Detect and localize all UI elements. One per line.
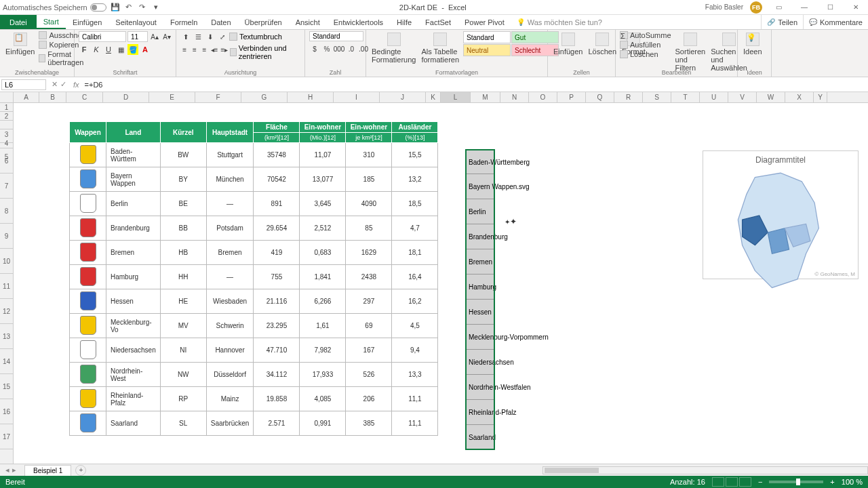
align-top-icon[interactable]: ⬆ [180,31,191,42]
cell-einwkm[interactable]: 185 [346,167,392,192]
aux-cell[interactable]: Hessen [465,300,495,325]
aux-cell[interactable]: Niedersachsen [465,350,495,375]
cell-haupt[interactable]: Wiesbaden [206,289,254,314]
cell-land[interactable]: Bremen [106,241,161,265]
table-row[interactable]: Nordrhein-WestNWDüsseldorf34.11217,93352… [70,363,438,387]
row-header-6[interactable]: 6 [0,148,13,174]
tab-file[interactable]: Datei [0,15,37,29]
cell-flaeche[interactable]: 47.710 [254,338,300,363]
style-neutral[interactable]: Neutral [463,44,511,56]
row-header-11[interactable]: 11 [0,274,13,299]
row-header-5[interactable]: 5 [0,143,13,148]
zoom-out-icon[interactable]: − [758,478,762,486]
cell-land[interactable]: Saarland [106,411,161,436]
cell-flaeche[interactable]: 19.858 [254,387,300,411]
cell-flaeche[interactable]: 29.654 [254,216,300,241]
cell-flaeche[interactable]: 34.112 [254,363,300,387]
cell-einwkm[interactable]: 526 [346,363,392,387]
cell-haupt[interactable]: Bremen [206,241,254,265]
zoom-level[interactable]: 100 % [842,478,863,486]
percent-icon[interactable]: % [321,43,332,54]
chart-map[interactable]: Diagrammtitel © GeoNames, M [703,150,859,279]
tab-developer[interactable]: Entwicklertools [327,15,390,29]
aux-selection-column[interactable]: Baden-WürttembergBayern Wappen.svgBerlin… [465,149,495,450]
aux-cell[interactable]: Baden-Württemberg [465,149,495,174]
tab-data[interactable]: Daten [204,15,237,29]
cell-land[interactable]: Hamburg [106,265,161,289]
aux-cell[interactable]: Rheinland-Pfalz [465,400,495,425]
indent-inc-icon[interactable]: ≡▸ [220,44,229,55]
fill-color-button[interactable]: 🪣 [127,44,138,55]
col-header-I[interactable]: I [334,92,380,102]
orientation-icon[interactable]: ⤢ [217,31,228,42]
cell-flaeche[interactable]: 23.295 [254,314,300,338]
cell-ausl[interactable]: 11,1 [392,411,438,436]
delete-cells-button[interactable]: Löschen [587,31,618,57]
cell-haupt[interactable]: — [206,265,254,289]
cell-einw[interactable]: 3,645 [300,192,346,216]
cell-land[interactable]: Nordrhein-West [106,363,161,387]
aux-cell[interactable]: Nordrhein-Westfalen [465,375,495,400]
indent-dec-icon[interactable]: ◂≡ [210,44,219,55]
italic-button[interactable]: K [91,44,102,55]
align-bottom-icon[interactable]: ⬇ [205,31,216,42]
col-header-R[interactable]: R [614,92,643,102]
comments-button[interactable]: 💬 Kommentare [803,15,868,29]
cell-einwkm[interactable]: 4090 [346,192,392,216]
style-standard[interactable]: Standard [463,31,511,43]
row-header-10[interactable]: 10 [0,249,13,274]
cell-einw[interactable]: 13,077 [300,167,346,192]
cell-ausl[interactable]: 13,2 [392,167,438,192]
tab-formulas[interactable]: Formeln [163,15,204,29]
tab-view[interactable]: Ansicht [289,15,327,29]
row-header-7[interactable]: 7 [0,174,13,199]
select-all-corner[interactable] [0,92,14,102]
table-row[interactable]: Baden-WürttemBWStuttgart3574811,0731015,… [70,143,438,167]
cell-ausl[interactable]: 15,5 [392,143,438,167]
view-normal-icon[interactable] [712,477,724,487]
cell-flaeche[interactable]: 2.571 [254,411,300,436]
cell-ausl[interactable]: 16,4 [392,265,438,289]
table-row[interactable]: HessenHEWiesbaden21.1166,26629716,2 [70,289,438,314]
cell-land[interactable]: Berlin [106,192,161,216]
table-row[interactable]: HamburgHH—7551,841243816,4 [70,265,438,289]
autosum-button[interactable]: ΣAutoSumme [620,31,671,39]
underline-button[interactable]: U [103,44,114,55]
cell-einw[interactable]: 4,085 [300,387,346,411]
cell-kurz[interactable]: HH [160,265,206,289]
cell-ausl[interactable]: 18,5 [392,192,438,216]
cell-flaeche[interactable]: 21.116 [254,289,300,314]
tab-review[interactable]: Überprüfen [238,15,289,29]
align-middle-icon[interactable]: ☰ [193,31,203,42]
cell-einw[interactable]: 2,512 [300,216,346,241]
cell-land[interactable]: Bayern Wappen [106,167,161,192]
comma-icon[interactable]: 000 [334,43,344,54]
cancel-formula-icon[interactable]: ✕ [52,80,58,89]
cell-einwkm[interactable]: 69 [346,314,392,338]
zoom-slider[interactable] [769,481,823,483]
cell-ausl[interactable]: 13,3 [392,363,438,387]
ideas-button[interactable]: 💡Ideen [742,31,764,57]
aux-cell[interactable]: Mecklenburg-Vorpommern [465,325,495,350]
col-header-Q[interactable]: Q [586,92,614,102]
tab-start[interactable]: Start [37,15,66,29]
view-pagelayout-icon[interactable] [726,477,738,487]
row-header-15[interactable]: 15 [0,374,13,399]
qat-dropdown-icon[interactable]: ▾ [151,3,161,12]
aux-cell[interactable]: Saarland [465,425,495,450]
cell-einw[interactable]: 1,61 [300,314,346,338]
view-pagebreak-icon[interactable] [739,477,751,487]
autosave-toggle[interactable]: Automatisches Speichern [3,3,106,12]
ribbon-options-icon[interactable]: ▭ [769,1,788,14]
table-row[interactable]: Bayern WappenBYMünchen7054213,07718513,2 [70,167,438,192]
row-header-4[interactable]: 4 [0,129,13,143]
cell-kurz[interactable]: NI [160,338,206,363]
cell-einwkm[interactable]: 167 [346,338,392,363]
cell-ausl[interactable]: 16,2 [392,289,438,314]
cell-einwkm[interactable]: 2438 [346,265,392,289]
font-color-button[interactable]: A [140,44,151,55]
cell-kurz[interactable]: HB [160,241,206,265]
clear-button[interactable]: Löschen [620,50,671,58]
col-header-B[interactable]: B [39,92,66,102]
border-button[interactable]: ▦ [115,44,126,55]
